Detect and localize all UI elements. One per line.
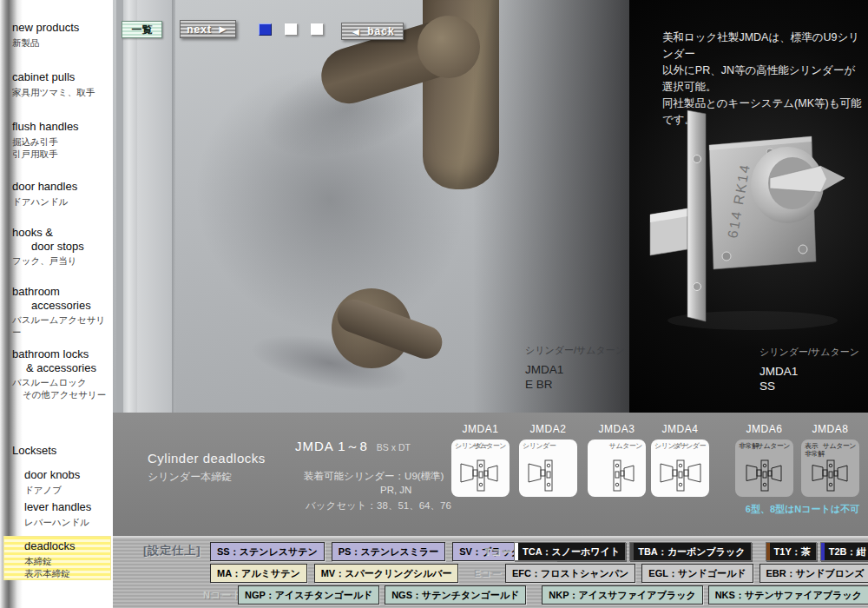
next-button[interactable]: next ► xyxy=(180,20,236,38)
sidebar-item-bathroom-locks[interactable]: bathroom locks & accessories バスルームロック その… xyxy=(12,347,109,400)
sidebar-item-new-products[interactable]: new products 新製品 xyxy=(12,21,109,49)
item-label-jp: その他アクセサリー xyxy=(12,388,109,400)
product-band: Cylinder deadlocks シリンダー本締錠 JMDA 1～8BS x… xyxy=(113,413,868,536)
lock-diagram xyxy=(654,458,705,494)
mortise-lock-photo: 614 RK14 xyxy=(640,91,857,339)
next-button-label: next xyxy=(187,23,212,36)
item-label-en: hooks & xyxy=(12,226,109,240)
faceplate-screw xyxy=(694,283,701,291)
panel-caption-finish: SS xyxy=(760,379,859,393)
item-label-jp: 家具用ツマミ、取手 xyxy=(12,86,109,98)
next-arrow-icon: ► xyxy=(217,23,229,35)
card-left-label: 非常解 xyxy=(739,442,759,450)
ncoat-chip: NGP：アイスチタンゴールド xyxy=(238,585,379,605)
item-label-jp: 新製品 xyxy=(12,36,109,49)
finish-chip: MV：スパークリングシルバー xyxy=(314,564,459,583)
spec-cylinder: 装着可能シリンダー：U9(標準) xyxy=(304,470,444,483)
card-label-jmda1: JMDA1 xyxy=(451,423,510,435)
list-button[interactable]: 一覧 xyxy=(122,21,162,38)
finishes-bar: [設定仕上] SS：ステンレスサテン PS：ステンレスミラー SV：ブラックパー… xyxy=(113,536,868,608)
item-label-en: bathroom xyxy=(12,285,109,299)
item-label-jp: フック、戸当り xyxy=(12,254,109,267)
variant-card-jmda6[interactable]: 非常解 サムターン xyxy=(735,439,793,497)
sidebar-item-flush-handles[interactable]: flush handles 掘込み引手 引戸用取手 xyxy=(12,120,109,160)
standard-finish-chips-2: MA：アルミサテン MV：スパークリングシルバー xyxy=(210,564,465,583)
back-button[interactable]: ◄ back xyxy=(341,23,404,40)
item-label-jp: バスルームロック xyxy=(12,376,109,388)
card-label-jmda2: JMDA2 xyxy=(519,423,577,435)
photo-caption-model: JMDA1 xyxy=(525,362,625,377)
tcoat-chip: TCA：スノーホワイト xyxy=(514,542,626,561)
variant-card-jmda1[interactable]: シリンダー サムターン xyxy=(451,439,510,497)
item-label-en: door knobs xyxy=(24,468,109,482)
card-right-label: シリンダー xyxy=(673,442,706,450)
door-handle-cap xyxy=(418,16,480,78)
item-label-en: & accessories xyxy=(12,361,109,374)
item-label-jp: 掘込み引手 xyxy=(12,135,109,148)
list-button-label: 一覧 xyxy=(132,23,153,37)
card-right-label: サムターン xyxy=(609,442,642,450)
card-left-label-line1: 表示 xyxy=(805,442,825,450)
item-label-en: door handles xyxy=(12,180,109,194)
spec-cylinder-2: PR, JN xyxy=(380,485,411,495)
card-right-label: サムターン xyxy=(823,442,856,450)
color-swatch-white-2[interactable] xyxy=(311,23,324,36)
item-label-en: bathroom locks xyxy=(12,347,109,361)
item-label-jp: 引戸用取手 xyxy=(12,148,109,160)
item-label-en: lever handles xyxy=(24,500,109,514)
color-swatch-blue[interactable] xyxy=(259,23,272,36)
card-left-label-line2: 非常解 xyxy=(805,450,825,458)
variant-card-jmda8[interactable]: 表示非常解 サムターン xyxy=(801,439,859,497)
tcoat-chip: TBA：カーボンブラック xyxy=(629,542,751,561)
card-label-jmda8: JMDA8 xyxy=(801,423,859,435)
product-title-jp: シリンダー本締錠 xyxy=(148,470,232,485)
sidebar-item-deadlocks-active[interactable]: deadlocks 本締錠 表示本締錠 xyxy=(24,539,109,579)
ncoat-chip: NGS：サテンチタンゴールド xyxy=(385,585,526,605)
section-label: Locksets xyxy=(12,444,109,458)
finish-chip: MA：アルミサテン xyxy=(210,564,307,583)
case-screw xyxy=(799,245,807,254)
photo-caption-type: シリンダー/サムターン xyxy=(525,344,625,356)
ncoat-restriction-note: 6型、8型はNコートは不可 xyxy=(720,503,859,516)
panel-description-line: 美和ロック社製JMDAは、標準のU9シリンダー xyxy=(662,30,864,63)
photo-caption-finish: E BR xyxy=(525,377,625,392)
item-label-en: new products xyxy=(12,21,109,35)
ncoat-chips: NGP：アイスチタンゴールド NGS：サテンチタンゴールド NKP：アイスサファ… xyxy=(238,585,868,605)
item-label-en: accessories xyxy=(12,299,109,312)
sidebar-item-cabinet-pulls[interactable]: cabinet pulls 家具用ツマミ、取手 xyxy=(12,70,109,98)
tcoat-chip: T2B：紺 xyxy=(820,542,868,561)
sidebar-item-door-knobs[interactable]: door knobs ドアノブ xyxy=(24,468,109,496)
sidebar-item-bathroom-accessories[interactable]: bathroom accessories バスルームアクセサリー xyxy=(12,285,109,338)
ecoat-chip: EFC：フロストシャンパン xyxy=(505,564,635,583)
variant-card-jmda4[interactable]: シリンダー シリンダー xyxy=(651,439,709,497)
card-right-label: サムターン xyxy=(757,442,790,450)
item-label-jp: バスルームアクセサリー xyxy=(12,314,109,338)
variant-card-jmda2[interactable]: シリンダー xyxy=(519,439,577,497)
card-left-label: 表示非常解 xyxy=(805,442,825,458)
sidebar: new products 新製品 cabinet pulls 家具用ツマミ、取手… xyxy=(0,0,113,608)
sidebar-item-door-handles[interactable]: door handles ドアハンドル xyxy=(12,180,109,208)
item-label-jp: レバーハンドル xyxy=(24,516,109,528)
panel-caption-type: シリンダー/サムターン xyxy=(760,346,859,358)
ncoat-chip: NKP：アイスサファイアブラック xyxy=(542,585,702,605)
sidebar-item-hooks-door-stops[interactable]: hooks & door stops フック、戸当り xyxy=(12,226,109,267)
main-product-photo: シリンダー/サムターン JMDA1 E BR xyxy=(113,0,629,413)
card-right-label: サムターン xyxy=(473,442,506,450)
color-swatch-white-1[interactable] xyxy=(285,23,298,36)
tcoat-chips: TCA：スノーホワイト TBA：カーボンブラック T1Y：茶 T2B：紺 T3R… xyxy=(514,542,868,561)
ecoat-chip: EGL：サンドゴールド xyxy=(641,564,753,583)
variant-card-jmda3[interactable]: サムターン xyxy=(588,439,646,497)
lock-diagram xyxy=(455,458,505,494)
case-screw xyxy=(722,252,731,261)
lock-diagram xyxy=(591,458,641,494)
item-label-en: cabinet pulls xyxy=(12,70,109,84)
item-label-en: door stops xyxy=(12,240,109,253)
card-label-jmda3: JMDA3 xyxy=(588,423,646,435)
sidebar-item-lever-handles[interactable]: lever handles レバーハンドル xyxy=(24,500,109,528)
sidebar-section-locksets: Locksets xyxy=(12,444,109,458)
finish-chip: PS：ステンレスミラー xyxy=(332,542,445,561)
model-suffix: BS x DT xyxy=(377,442,411,453)
info-panel: 美和ロック社製JMDAは、標準のU9シリンダー 以外にPR、JN等の高性能シリン… xyxy=(629,0,868,413)
item-label-jp: 表示本締錠 xyxy=(24,567,109,579)
ecoat-chips: EFC：フロストシャンパン EGL：サンドゴールド EBR：サンドブロンズ EC… xyxy=(505,564,868,583)
